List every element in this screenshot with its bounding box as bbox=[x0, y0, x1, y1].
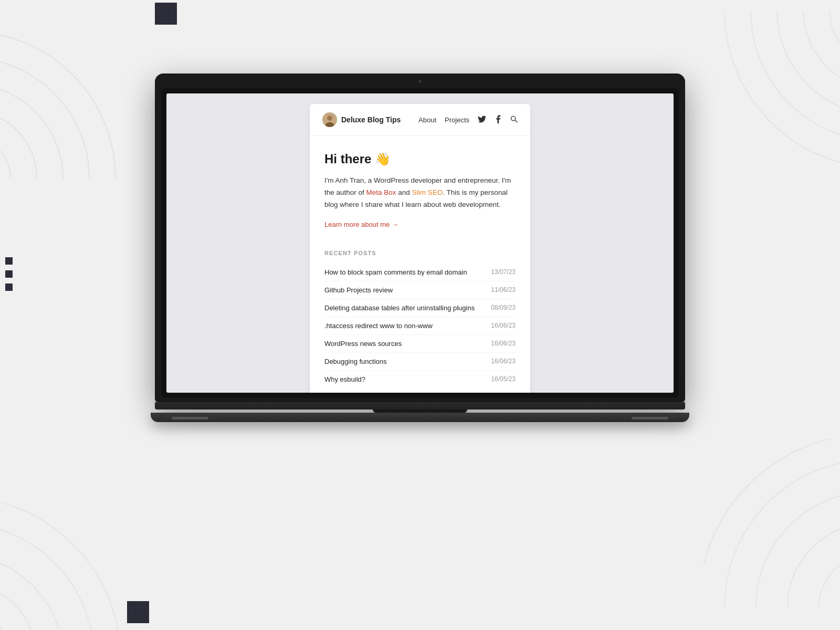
meta-box-link[interactable]: Meta Box bbox=[366, 188, 396, 196]
recent-posts-section: RECENT POSTS How to block spam comments … bbox=[310, 239, 530, 393]
deco-arc-bottom-right bbox=[704, 439, 840, 609]
deco-square-2 bbox=[127, 601, 149, 623]
svg-point-23 bbox=[511, 116, 515, 120]
post-date: 13/07/23 bbox=[491, 268, 516, 276]
post-date: 16/06/23 bbox=[491, 358, 516, 365]
laptop: Deluxe Blog Tips About Projects bbox=[155, 74, 685, 422]
svg-point-2 bbox=[0, 84, 63, 178]
post-date: 11/06/23 bbox=[491, 286, 516, 293]
svg-point-14 bbox=[0, 497, 121, 630]
svg-point-11 bbox=[0, 581, 37, 630]
site-hero: Hi there 👋 I'm Anh Tran, a WordPress dev… bbox=[310, 136, 530, 239]
hero-bio: I'm Anh Tran, a WordPress developer and … bbox=[324, 175, 516, 211]
svg-point-21 bbox=[327, 116, 332, 121]
nav-link-projects[interactable]: Projects bbox=[445, 116, 469, 124]
avatar bbox=[322, 112, 337, 127]
post-date: 08/09/23 bbox=[491, 304, 516, 311]
deco-arc-bottom-left bbox=[0, 491, 126, 630]
post-date: 16/06/23 bbox=[491, 340, 516, 347]
svg-point-7 bbox=[777, 10, 840, 116]
hero-greeting: Hi there 👋 bbox=[324, 152, 516, 166]
post-item[interactable]: Debugging functions 16/06/23 bbox=[324, 353, 516, 371]
post-item[interactable]: Deleting database tables after uninstall… bbox=[324, 299, 516, 317]
post-title: How to block spam comments by email doma… bbox=[324, 268, 467, 276]
deco-square-8 bbox=[5, 284, 13, 291]
svg-line-24 bbox=[515, 120, 517, 122]
laptop-bottom-bar bbox=[151, 413, 689, 422]
section-label: RECENT POSTS bbox=[324, 250, 516, 256]
post-title: Deleting database tables after uninstall… bbox=[324, 304, 475, 312]
post-date: 16/06/23 bbox=[491, 322, 516, 329]
nav-links: About Projects bbox=[418, 115, 518, 125]
laptop-base-top bbox=[155, 402, 685, 410]
nav-brand-title: Deluxe Blog Tips bbox=[341, 116, 401, 124]
slim-seo-link[interactable]: Slim SEO bbox=[412, 188, 443, 196]
svg-point-13 bbox=[0, 523, 94, 630]
post-title: Github Projects review bbox=[324, 286, 393, 294]
laptop-camera bbox=[418, 80, 422, 83]
website: Deluxe Blog Tips About Projects bbox=[166, 93, 674, 393]
search-icon[interactable] bbox=[510, 116, 518, 124]
nav-brand: Deluxe Blog Tips bbox=[322, 112, 401, 127]
post-item[interactable]: How to block spam comments by email doma… bbox=[324, 264, 516, 281]
deco-arc-top-right bbox=[698, 10, 840, 181]
post-date: 16/05/23 bbox=[491, 375, 516, 383]
post-item[interactable]: .htaccess redirect www to non-www 16/06/… bbox=[324, 317, 516, 335]
post-title: .htaccess redirect www to non-www bbox=[324, 322, 433, 330]
svg-point-0 bbox=[0, 136, 10, 178]
site-nav: Deluxe Blog Tips About Projects bbox=[310, 104, 530, 136]
svg-point-4 bbox=[0, 32, 116, 178]
svg-point-3 bbox=[0, 58, 89, 178]
svg-point-12 bbox=[0, 554, 63, 630]
nav-link-about[interactable]: About bbox=[418, 116, 436, 124]
svg-point-9 bbox=[724, 10, 840, 168]
post-title: Why esbuild? bbox=[324, 375, 365, 383]
svg-point-16 bbox=[788, 523, 840, 607]
svg-point-15 bbox=[819, 554, 840, 607]
svg-point-1 bbox=[0, 110, 37, 178]
svg-point-17 bbox=[756, 491, 840, 607]
post-item[interactable]: Why esbuild? 16/05/23 bbox=[324, 371, 516, 388]
svg-point-5 bbox=[830, 10, 840, 63]
post-item[interactable]: WordPress news sources 16/06/23 bbox=[324, 335, 516, 353]
svg-point-18 bbox=[724, 460, 840, 607]
post-title: Debugging functions bbox=[324, 358, 387, 365]
svg-point-10 bbox=[0, 607, 10, 630]
post-title: WordPress news sources bbox=[324, 340, 402, 348]
deco-arc-top-left bbox=[0, 21, 126, 181]
svg-point-6 bbox=[803, 10, 840, 89]
laptop-screen: Deluxe Blog Tips About Projects bbox=[166, 93, 674, 393]
twitter-icon bbox=[478, 116, 486, 124]
laptop-screen-outer: Deluxe Blog Tips About Projects bbox=[155, 74, 685, 402]
laptop-bezel: Deluxe Blog Tips About Projects bbox=[161, 88, 679, 398]
post-item[interactable]: Github Projects review 11/06/23 bbox=[324, 281, 516, 299]
laptop-foot-right bbox=[632, 417, 668, 419]
site-card: Deluxe Blog Tips About Projects bbox=[310, 104, 530, 393]
deco-square-7 bbox=[5, 270, 13, 278]
posts-list: How to block spam comments by email doma… bbox=[324, 264, 516, 388]
facebook-icon bbox=[495, 115, 502, 125]
deco-square-6 bbox=[5, 257, 13, 265]
laptop-foot-left bbox=[172, 417, 208, 419]
svg-point-8 bbox=[751, 10, 840, 142]
learn-more-link[interactable]: Learn more about me → bbox=[324, 220, 398, 228]
svg-point-19 bbox=[704, 439, 840, 607]
deco-square-1 bbox=[155, 3, 177, 25]
